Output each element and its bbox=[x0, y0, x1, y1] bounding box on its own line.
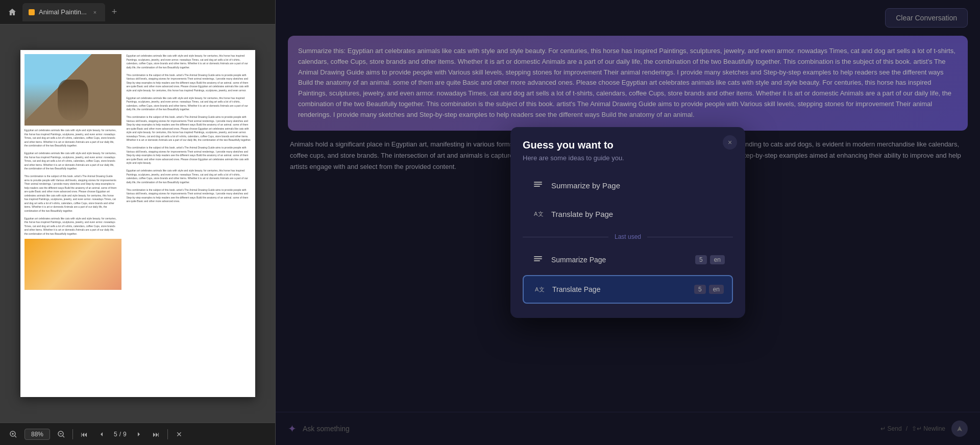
svg-rect-0 bbox=[29, 9, 35, 15]
summarize-page-lang-badge: en bbox=[710, 255, 725, 264]
total-pages: 9 bbox=[123, 431, 127, 438]
pdf-right-column: Egyptian art celebrates animals like cat… bbox=[122, 50, 255, 397]
pdf-text-left: Egyptian art celebrates animals like cat… bbox=[24, 129, 118, 236]
svg-rect-14 bbox=[534, 258, 542, 259]
svg-line-4 bbox=[15, 436, 16, 437]
summarize-page-badges: 5 en bbox=[695, 255, 725, 264]
modal-close-button[interactable]: × bbox=[723, 135, 737, 150]
last-used-translate-page[interactable]: A 文 Translate Page 5 en bbox=[523, 275, 733, 304]
toolbar-separator-2 bbox=[167, 429, 168, 439]
home-button[interactable] bbox=[4, 4, 20, 20]
pdf-image-bottom bbox=[24, 239, 121, 290]
svg-text:A: A bbox=[534, 211, 538, 217]
pdf-toolbar: 88% ⏮ 5 / 9 ⏭ ✕ bbox=[0, 423, 275, 445]
tab-label: Animal Paintin... bbox=[39, 8, 87, 16]
translate-page-num-badge: 5 bbox=[694, 285, 706, 294]
nav-first-button[interactable]: ⏮ bbox=[77, 427, 91, 441]
zoom-out-button[interactable] bbox=[54, 427, 68, 441]
translate-by-page-label: Translate by Page bbox=[551, 210, 613, 218]
chat-panel: Clear Conversation Summarize this: Egypt… bbox=[276, 0, 980, 445]
summarize-by-page-label: Summarize by Page bbox=[551, 181, 620, 190]
nav-next-button[interactable] bbox=[131, 427, 145, 441]
svg-text:文: 文 bbox=[539, 286, 544, 292]
zoom-in-button[interactable] bbox=[6, 427, 20, 441]
pdf-content: Egyptian art celebrates animals like cat… bbox=[0, 24, 275, 423]
svg-rect-15 bbox=[534, 260, 540, 261]
translate-page-icon: A 文 bbox=[532, 282, 546, 296]
summarize-icon bbox=[531, 178, 545, 192]
current-page: 5 bbox=[114, 431, 117, 438]
translate-icon: A 文 bbox=[531, 207, 545, 221]
translate-page-lang-badge: en bbox=[709, 285, 724, 294]
translate-page-badges: 5 en bbox=[694, 285, 724, 294]
summarize-page-num-badge: 5 bbox=[695, 255, 707, 264]
zoom-level: 88% bbox=[24, 429, 50, 440]
tab-bar: Animal Paintin... × + bbox=[0, 0, 275, 24]
svg-rect-8 bbox=[534, 182, 542, 183]
svg-rect-13 bbox=[534, 256, 542, 257]
pdf-panel: Animal Paintin... × + Egyptian art celeb… bbox=[0, 0, 276, 445]
summarize-by-page-option[interactable]: Summarize by Page bbox=[523, 172, 733, 199]
nav-prev-button[interactable] bbox=[95, 427, 110, 441]
last-used-summarize-page[interactable]: Summarize Page 5 en bbox=[523, 246, 733, 273]
svg-rect-9 bbox=[534, 184, 542, 185]
svg-text:A: A bbox=[535, 286, 539, 292]
summarize-page-icon bbox=[531, 253, 545, 267]
active-tab[interactable]: Animal Paintin... × bbox=[22, 3, 105, 21]
svg-line-7 bbox=[63, 436, 64, 437]
add-tab-button[interactable]: + bbox=[107, 5, 121, 19]
svg-text:文: 文 bbox=[538, 211, 543, 217]
modal-overlay[interactable]: × Guess you want to Here are some ideas … bbox=[276, 0, 980, 445]
pdf-left-column: Egyptian art celebrates animals like cat… bbox=[20, 50, 122, 397]
nav-last-button[interactable]: ⏭ bbox=[149, 427, 163, 441]
guess-you-want-dialog: × Guess you want to Here are some ideas … bbox=[510, 127, 745, 318]
page-navigation: 5 / 9 bbox=[114, 431, 127, 438]
modal-title: Guess you want to bbox=[523, 139, 733, 151]
translate-by-page-option[interactable]: A 文 Translate by Page bbox=[523, 201, 733, 227]
last-used-label: Last used bbox=[615, 233, 641, 240]
toolbar-separator-1 bbox=[72, 429, 73, 439]
translate-page-label: Translate Page bbox=[552, 285, 600, 293]
svg-rect-10 bbox=[534, 186, 540, 187]
summarize-page-label: Summarize Page bbox=[551, 256, 606, 264]
last-used-divider: Last used bbox=[523, 233, 733, 240]
pdf-image-top bbox=[24, 54, 121, 126]
close-pdf-button[interactable]: ✕ bbox=[172, 427, 186, 441]
pdf-page: Egyptian art celebrates animals like cat… bbox=[20, 50, 255, 397]
modal-subtitle: Here are some ideas to guide you. bbox=[523, 154, 733, 162]
tab-close-button[interactable]: × bbox=[91, 8, 99, 16]
